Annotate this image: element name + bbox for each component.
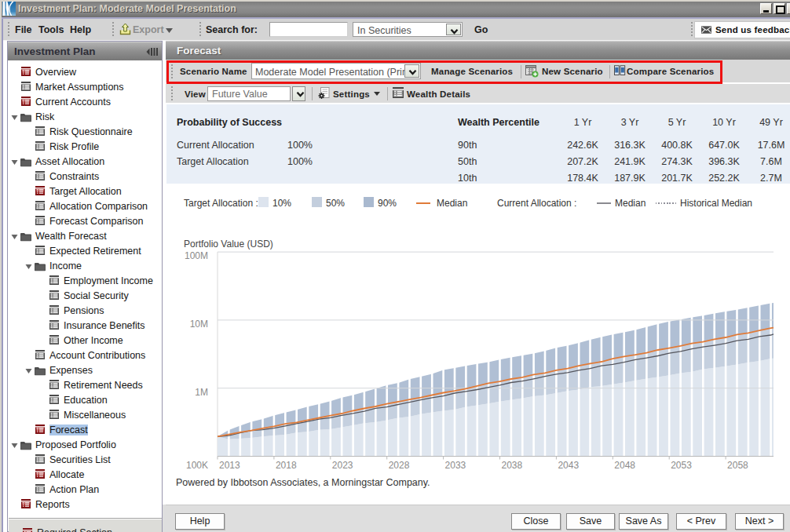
svg-text:2043: 2043 <box>558 460 579 471</box>
svg-text:2058: 2058 <box>727 460 748 471</box>
svg-text:2018: 2018 <box>276 460 297 471</box>
svg-text:2028: 2028 <box>389 460 410 471</box>
svg-text:2033: 2033 <box>445 460 466 471</box>
svg-text:10M: 10M <box>190 319 208 330</box>
svg-text:2023: 2023 <box>332 460 353 471</box>
svg-text:100K: 100K <box>186 460 208 471</box>
svg-text:2013: 2013 <box>219 460 240 471</box>
svg-text:1M: 1M <box>195 387 208 398</box>
svg-text:2038: 2038 <box>502 460 523 471</box>
svg-text:100M: 100M <box>185 250 208 261</box>
svg-text:2048: 2048 <box>614 460 635 471</box>
svg-text:2053: 2053 <box>671 460 692 471</box>
